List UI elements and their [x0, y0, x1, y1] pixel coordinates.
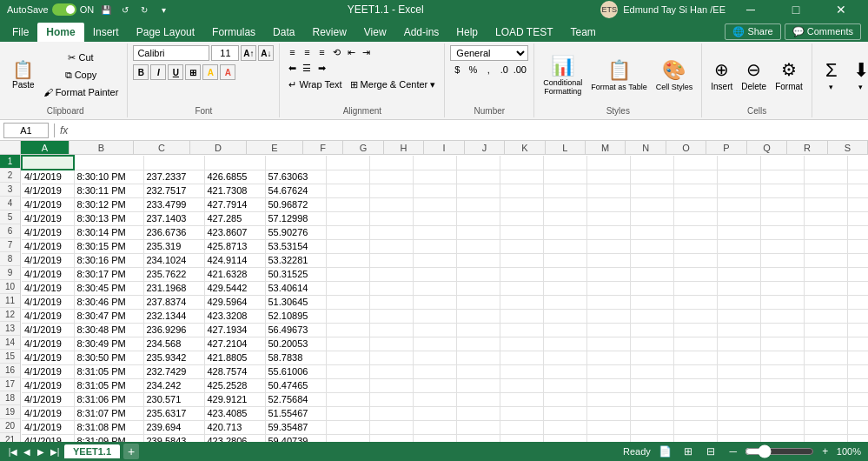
- table-row[interactable]: [326, 156, 369, 170]
- tab-insert[interactable]: Insert: [84, 23, 128, 42]
- table-row[interactable]: [500, 420, 543, 434]
- row-num-6[interactable]: 6: [0, 224, 20, 238]
- table-row[interactable]: [847, 406, 868, 420]
- table-row[interactable]: [586, 378, 630, 392]
- table-row[interactable]: [413, 351, 456, 364]
- col-header-l[interactable]: L: [546, 141, 586, 154]
- table-row[interactable]: [500, 211, 543, 225]
- table-row[interactable]: 4/1/2019: [22, 434, 74, 442]
- table-row[interactable]: [586, 364, 630, 378]
- table-row[interactable]: [717, 434, 760, 442]
- font-size-input[interactable]: [211, 45, 239, 61]
- table-row[interactable]: [586, 406, 630, 420]
- table-row[interactable]: [326, 364, 369, 378]
- table-row[interactable]: [586, 392, 630, 406]
- table-row[interactable]: [543, 309, 586, 323]
- table-row[interactable]: [500, 351, 543, 364]
- table-row[interactable]: 53.53154: [265, 239, 326, 253]
- table-row[interactable]: [630, 406, 673, 420]
- table-row[interactable]: 425.2528: [204, 378, 265, 392]
- table-row[interactable]: 421.8805: [204, 351, 265, 364]
- table-row[interactable]: [369, 253, 413, 267]
- table-row[interactable]: [717, 211, 760, 225]
- table-row[interactable]: [586, 156, 630, 170]
- undo-icon[interactable]: ↺: [118, 3, 132, 17]
- row-num-13[interactable]: 13: [0, 322, 20, 336]
- table-row[interactable]: [804, 434, 847, 442]
- table-row[interactable]: [326, 197, 369, 211]
- table-row[interactable]: [326, 239, 369, 253]
- table-row[interactable]: [543, 351, 586, 364]
- table-row[interactable]: 4/1/2019: [22, 309, 74, 323]
- table-row[interactable]: [413, 253, 456, 267]
- table-row[interactable]: [847, 392, 868, 406]
- table-row[interactable]: [369, 364, 413, 378]
- share-button[interactable]: 🌐 Share: [725, 23, 780, 40]
- cell-reference-input[interactable]: [3, 123, 49, 138]
- table-row[interactable]: [500, 225, 543, 239]
- table-row[interactable]: [673, 197, 717, 211]
- table-row[interactable]: [717, 184, 760, 197]
- table-row[interactable]: [760, 309, 804, 323]
- table-row[interactable]: [586, 170, 630, 184]
- copy-button[interactable]: ⧉ Copy: [40, 67, 123, 83]
- table-row[interactable]: [500, 392, 543, 406]
- table-row[interactable]: [586, 225, 630, 239]
- table-row[interactable]: [717, 295, 760, 309]
- table-row[interactable]: 421.7308: [204, 184, 265, 197]
- table-row[interactable]: [500, 309, 543, 323]
- table-row[interactable]: 8:30:50 PM: [74, 351, 143, 364]
- table-row[interactable]: 237.1403: [143, 211, 204, 225]
- col-header-k[interactable]: K: [505, 141, 545, 154]
- table-row[interactable]: [265, 156, 326, 170]
- format-painter-button[interactable]: 🖌 Format Painter: [40, 84, 123, 100]
- font-size-decrease[interactable]: A↓: [258, 45, 274, 61]
- table-row[interactable]: [804, 267, 847, 281]
- row-num-1[interactable]: 1: [0, 155, 20, 169]
- table-row[interactable]: [413, 267, 456, 281]
- table-row[interactable]: [847, 253, 868, 267]
- table-row[interactable]: [760, 170, 804, 184]
- table-row[interactable]: [326, 420, 369, 434]
- table-row[interactable]: [717, 323, 760, 337]
- row-num-20[interactable]: 20: [0, 419, 20, 433]
- save-icon[interactable]: 💾: [99, 3, 113, 17]
- row-num-9[interactable]: 9: [0, 266, 20, 280]
- table-row[interactable]: 8:30:15 PM: [74, 239, 143, 253]
- table-row[interactable]: [413, 281, 456, 295]
- row-num-12[interactable]: 12: [0, 308, 20, 322]
- table-row[interactable]: [847, 170, 868, 184]
- close-button[interactable]: ✕: [821, 0, 861, 19]
- table-row[interactable]: [760, 225, 804, 239]
- table-row[interactable]: [630, 170, 673, 184]
- col-header-c[interactable]: C: [134, 141, 190, 154]
- table-row[interactable]: [673, 309, 717, 323]
- table-row[interactable]: 8:30:10 PM: [74, 170, 143, 184]
- align-left[interactable]: ⬅: [285, 61, 299, 75]
- table-row[interactable]: [413, 434, 456, 442]
- table-row[interactable]: [543, 295, 586, 309]
- table-row[interactable]: [500, 378, 543, 392]
- table-row[interactable]: [673, 281, 717, 295]
- table-row[interactable]: [543, 197, 586, 211]
- table-row[interactable]: [673, 156, 717, 170]
- table-row[interactable]: [847, 184, 868, 197]
- col-header-b[interactable]: B: [70, 141, 134, 154]
- table-row[interactable]: [456, 211, 500, 225]
- zoom-slider[interactable]: [745, 444, 814, 458]
- table-row[interactable]: 4/1/2019: [22, 197, 74, 211]
- table-row[interactable]: [673, 239, 717, 253]
- table-row[interactable]: [413, 323, 456, 337]
- table-row[interactable]: [369, 434, 413, 442]
- table-row[interactable]: [586, 281, 630, 295]
- table-row[interactable]: [760, 434, 804, 442]
- table-row[interactable]: [630, 267, 673, 281]
- table-row[interactable]: 230.571: [143, 392, 204, 406]
- table-row[interactable]: [543, 211, 586, 225]
- row-num-16[interactable]: 16: [0, 364, 20, 377]
- table-row[interactable]: [847, 295, 868, 309]
- table-row[interactable]: 420.713: [204, 420, 265, 434]
- table-row[interactable]: [847, 156, 868, 170]
- table-row[interactable]: [413, 309, 456, 323]
- font-size-increase[interactable]: A↑: [241, 45, 256, 61]
